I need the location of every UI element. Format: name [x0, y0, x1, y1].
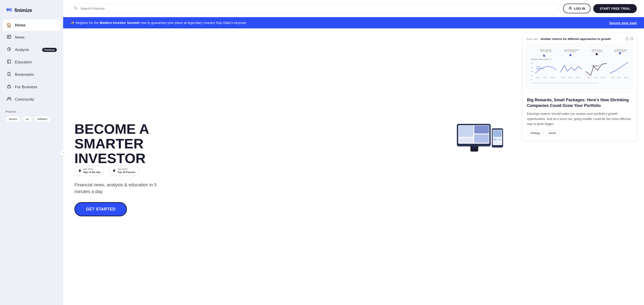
sidebar-item-label: News	[15, 35, 57, 40]
chart-action-icons	[625, 37, 633, 41]
banner-text: ✨ Register for the Modern Investor Summi…	[70, 21, 247, 25]
sidebar-item-label: For Business	[15, 85, 57, 89]
banner-prefix: Register for the	[76, 21, 100, 25]
trial-label: START FREE TRIAL	[600, 7, 630, 10]
sidebar-item-for-business[interactable]: For Business	[3, 81, 60, 93]
svg-rect-22	[493, 130, 502, 137]
logo-icon	[6, 7, 13, 14]
svg-text:Large: Large	[536, 66, 540, 68]
article-info: Big Rewards, Small Packages: Here's How …	[522, 93, 636, 141]
bookmark-icon[interactable]	[630, 37, 633, 41]
hero-title: BECOME A SMARTER INVESTOR	[74, 122, 452, 166]
svg-rect-31	[626, 38, 628, 40]
apple-icon-2	[112, 169, 116, 173]
popular-tags: stocks us inflation	[6, 116, 58, 122]
education-icon	[6, 59, 12, 65]
sidebar-item-news[interactable]: News	[3, 31, 60, 43]
chart-header: Quick Take eholder returns for different…	[526, 37, 633, 41]
article-tag-strategy[interactable]: strategy	[527, 130, 544, 136]
header: LOG IN START FREE TRIAL	[63, 0, 644, 17]
svg-rect-16	[459, 138, 473, 143]
sidebar-collapse-button[interactable]: ‹	[60, 149, 66, 156]
svg-text:14% of companies: 14% of companies	[592, 51, 604, 53]
svg-text:Year 10: Year 10	[601, 77, 606, 78]
banner-bold-text: Modern Investor Summit	[100, 21, 139, 25]
svg-text:80: 80	[530, 79, 532, 80]
svg-text:Year 0: Year 0	[611, 77, 615, 78]
svg-text:-1: -1	[570, 53, 572, 55]
sidebar-nav: 🏠 Home News Analysis Premium Education	[0, 20, 63, 105]
apple-icon	[78, 169, 82, 173]
sidebar-item-community[interactable]: Community	[3, 93, 60, 105]
sidebar-item-bookmarks[interactable]: Bookmarks	[3, 69, 60, 81]
award-top10: App Store Top 10 Finance	[109, 166, 139, 176]
for-business-icon	[6, 84, 12, 90]
logo-text: finimize	[14, 8, 32, 13]
award-label-2: Top 10 Finance	[118, 171, 135, 174]
svg-line-11	[76, 9, 77, 10]
svg-rect-5	[8, 60, 10, 63]
content-area: BECOME A SMARTER INVESTOR	[63, 29, 644, 305]
search-icon	[74, 6, 78, 11]
login-label: LOG IN	[574, 7, 585, 10]
banner-sparkle-icon: ✨	[70, 21, 75, 25]
chart-visual: Made large deal 11% of companies Inconsi…	[526, 44, 633, 89]
svg-text:Divestiture: Divestiture	[592, 65, 599, 67]
svg-text:Year 5: Year 5	[594, 77, 598, 78]
main-content: LOG IN START FREE TRIAL ✨ Register for t…	[63, 0, 644, 305]
article-title: Big Rewards, Small Packages: Here's How …	[527, 97, 632, 109]
get-started-button[interactable]: GET STARTED	[74, 202, 127, 216]
popular-section: Popular stocks us inflation	[0, 105, 63, 124]
svg-text:Year 5: Year 5	[617, 77, 621, 78]
get-started-label: GET STARTED	[86, 207, 116, 211]
sidebar-item-education[interactable]: Education	[3, 56, 60, 68]
svg-text:Year 10: Year 10	[624, 77, 628, 78]
svg-text:Illustrative growth pattern, %: Illustrative growth pattern, %	[531, 59, 552, 60]
tag-us[interactable]: us	[22, 116, 32, 122]
sidebar-item-label: Analysis	[15, 48, 39, 52]
svg-text:100: 100	[530, 75, 533, 76]
awards-row: App Store App of the day App Store Top 1…	[74, 166, 506, 176]
award-store-label: App Store	[83, 168, 100, 171]
bookmarks-icon	[6, 72, 12, 77]
svg-rect-15	[459, 126, 473, 137]
banner-suffix: now to guarantee your place at legendary…	[139, 21, 247, 25]
search-box	[70, 4, 560, 13]
hero-title-line1: BECOME A	[74, 122, 452, 136]
svg-rect-18	[474, 134, 489, 143]
svg-text:-2: -2	[542, 54, 544, 56]
chart-tag: Quick Take	[526, 38, 538, 40]
tag-inflation[interactable]: inflation	[34, 116, 51, 122]
svg-text:* Excess TSR calculated as the: * Excess TSR calculated as the company's…	[531, 82, 598, 84]
award-label: App of the day	[83, 171, 100, 174]
sidebar: ‹ finimize 🏠 Home News	[0, 0, 63, 305]
lock-icon[interactable]	[625, 37, 628, 41]
login-button[interactable]: LOG IN	[563, 4, 590, 13]
banner-link[interactable]: Secure your spot	[609, 21, 637, 25]
sidebar-item-analysis[interactable]: Analysis Premium	[3, 44, 60, 56]
tag-stocks[interactable]: stocks	[6, 116, 20, 122]
home-icon: 🏠	[6, 23, 12, 28]
article-description: Earnings season should make you assess y…	[527, 111, 632, 126]
header-actions: LOG IN START FREE TRIAL	[563, 4, 637, 13]
sidebar-item-label: Community	[15, 97, 57, 102]
chevron-left-icon: ‹	[63, 151, 64, 154]
announcement-banner: ✨ Register for the Modern Investor Summi…	[63, 17, 644, 29]
svg-rect-24	[498, 138, 502, 141]
svg-text:Year 10: Year 10	[576, 77, 580, 78]
svg-text:11% of companies: 11% of companies	[540, 51, 552, 53]
article-tag-stocks[interactable]: stocks	[545, 130, 560, 136]
logo-area: finimize	[0, 5, 63, 20]
popular-title: Popular	[6, 110, 58, 113]
sidebar-item-label: Home	[15, 23, 57, 28]
svg-text:68% of companies: 68% of companies	[564, 51, 576, 53]
article-tags: strategy stocks	[527, 130, 632, 136]
search-input[interactable]	[70, 4, 560, 13]
svg-text:120: 120	[530, 71, 533, 72]
hero-text-column: BECOME A SMARTER INVESTOR	[74, 122, 452, 166]
svg-rect-25	[493, 142, 502, 144]
user-icon	[568, 6, 572, 11]
sidebar-item-home[interactable]: 🏠 Home	[3, 20, 60, 31]
trial-button[interactable]: START FREE TRIAL	[593, 4, 637, 13]
svg-rect-17	[474, 126, 489, 134]
